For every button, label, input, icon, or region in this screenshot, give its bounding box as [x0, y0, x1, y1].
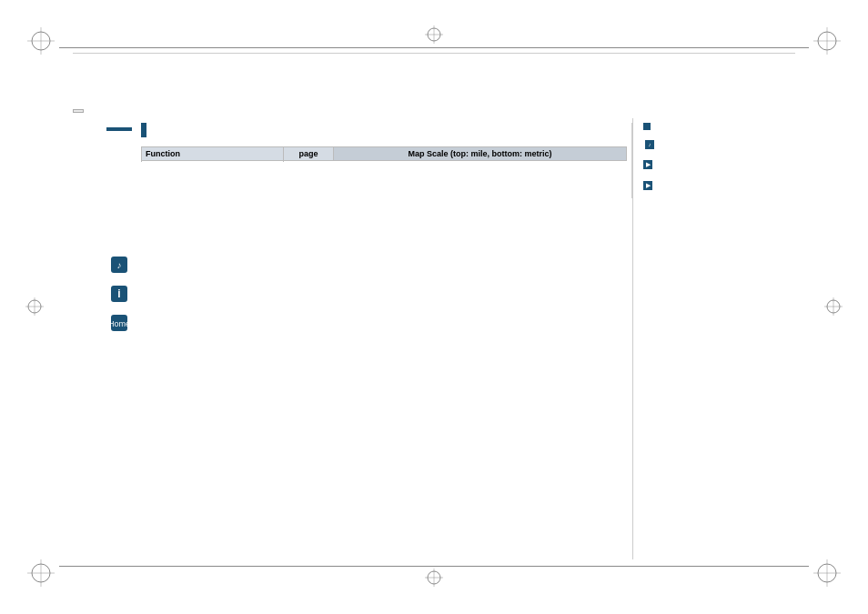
voice-icon[interactable]: ♪ — [107, 253, 131, 277]
section-title — [141, 123, 627, 137]
left-sidebar: ♪ i Home — [105, 127, 134, 337]
para1: ♪ — [643, 137, 841, 150]
toc-label[interactable] — [106, 127, 132, 131]
reg-mark-tr — [813, 27, 841, 55]
top-border — [59, 47, 809, 48]
right-panel: ♪ ▶ ▶ — [631, 123, 841, 198]
home-icon[interactable]: Home — [107, 311, 131, 335]
link2-para: ▶ — [643, 178, 841, 191]
reg-mark-bc — [425, 569, 443, 589]
reg-mark-bl — [27, 559, 55, 587]
qrg-badge — [73, 109, 84, 113]
breadcrumb — [73, 50, 795, 54]
link1-icon: ▶ — [643, 160, 652, 169]
svg-text:i: i — [117, 287, 120, 300]
panel-title — [643, 123, 841, 130]
col-page: page — [284, 147, 334, 161]
scale-header: Map Scale (top: mile, bottom: metric) — [333, 147, 626, 161]
reg-mark-br — [813, 559, 841, 587]
reg-mark-tc — [425, 25, 443, 45]
info-icon[interactable]: i — [107, 282, 131, 306]
reg-mark-mr — [824, 297, 843, 317]
reg-mark-tl — [27, 27, 55, 55]
col-function: Function — [142, 147, 284, 161]
map-scale-table: Function page Map Scale (top: mile, bott… — [141, 146, 627, 161]
title-bar — [141, 123, 146, 137]
main-content: Function page Map Scale (top: mile, bott… — [141, 123, 627, 161]
svg-text:Home: Home — [109, 319, 129, 328]
voice-inline-icon: ♪ — [645, 140, 654, 149]
link1-para: ▶ — [643, 157, 841, 170]
svg-text:♪: ♪ — [117, 260, 122, 270]
reg-mark-ml — [25, 297, 44, 317]
link2-icon: ▶ — [643, 181, 652, 190]
bottom-border — [59, 566, 809, 567]
